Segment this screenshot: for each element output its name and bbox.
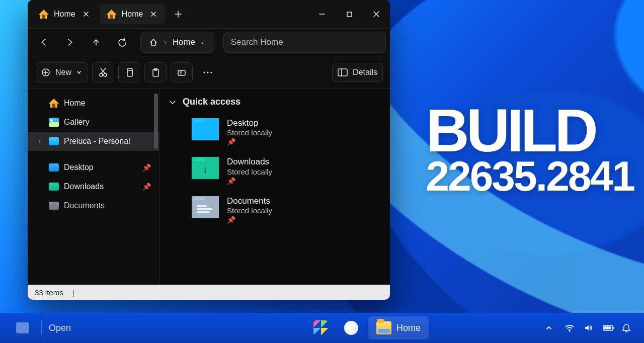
quick-access-meta: Downloads Stored locally 📌 [227, 157, 272, 185]
windows-logo-icon [313, 320, 329, 335]
more-button[interactable] [197, 62, 219, 82]
system-tray [545, 323, 644, 332]
build-overlay: BUILD 22635.2841 [426, 103, 634, 196]
documents-folder-icon [192, 196, 219, 218]
sidebar-item-desktop[interactable]: Desktop 📌 [28, 158, 159, 177]
window-close-button[interactable] [363, 3, 390, 25]
up-button[interactable] [84, 31, 108, 53]
build-overlay-line1: BUILD [426, 103, 634, 157]
document-lines-icon [197, 205, 214, 214]
svg-point-10 [210, 71, 212, 73]
gallery-icon [49, 118, 59, 127]
grey-folder-icon [49, 202, 59, 210]
address-bar[interactable]: › Home › [140, 32, 214, 53]
status-caret: | [72, 288, 74, 297]
quick-access-header[interactable]: Quick access [169, 97, 381, 107]
paste-button[interactable] [144, 62, 167, 82]
taskbar-app-explorer[interactable]: Home [368, 316, 429, 339]
item-name: Downloads [227, 157, 272, 167]
back-button[interactable] [32, 31, 56, 53]
status-item-count: 33 items [35, 288, 63, 297]
copy-button[interactable] [118, 62, 140, 82]
chat-button[interactable] [338, 316, 364, 339]
blue-folder-icon [49, 163, 59, 172]
chevron-right-icon: › [162, 38, 169, 46]
new-button-label: New [55, 68, 71, 77]
action-toolbar: New Details [28, 56, 390, 89]
cut-button[interactable] [92, 62, 114, 82]
new-tab-button[interactable] [168, 5, 188, 24]
sidebar-item-home[interactable]: Home [28, 94, 159, 113]
view-details-button[interactable]: Details [332, 63, 383, 82]
home-icon [49, 99, 59, 108]
desktop-folder-icon [192, 118, 219, 140]
taskbar-app-label: Home [396, 323, 421, 333]
sidebar-item-gallery[interactable]: Gallery [28, 113, 159, 132]
svg-rect-4 [127, 70, 132, 76]
quick-access-meta: Documents Stored locally 📌 [227, 196, 272, 224]
breadcrumb-segment[interactable]: Home [173, 37, 195, 47]
forward-button[interactable] [58, 31, 82, 53]
minimize-button[interactable] [308, 3, 336, 25]
search-input[interactable]: Search Home [223, 32, 386, 53]
chevron-down-icon [76, 70, 82, 75]
battery-icon[interactable] [603, 324, 613, 331]
quick-access-desktop[interactable]: Desktop Stored locally 📌 [169, 114, 381, 153]
start-button[interactable] [308, 316, 334, 339]
chevron-right-icon: › [199, 38, 206, 46]
file-explorer-window: Home Home [28, 0, 390, 300]
tray-overflow-button[interactable] [545, 324, 555, 331]
svg-point-12 [569, 330, 571, 332]
volume-icon[interactable] [584, 324, 594, 332]
chevron-right-icon[interactable]: › [36, 138, 44, 145]
tab-label: Home [122, 10, 143, 19]
notifications-icon[interactable] [622, 323, 632, 332]
new-button[interactable]: New [35, 62, 88, 82]
sidebar-item-label: Preluca - Personal [64, 137, 130, 146]
tab-close-button[interactable] [80, 9, 92, 20]
maximize-button[interactable] [336, 3, 363, 25]
wifi-icon[interactable] [565, 324, 575, 332]
nav-bar: › Home › Search Home [28, 28, 390, 56]
sidebar-item-documents[interactable]: Documents [28, 196, 159, 215]
titlebar: Home Home [28, 0, 390, 28]
window-controls [308, 3, 390, 25]
sidebar-item-onedrive[interactable]: › Preluca - Personal [28, 132, 159, 151]
taskbar-search-text: Open [49, 323, 71, 333]
refresh-button[interactable] [110, 31, 134, 53]
rename-button[interactable] [171, 62, 193, 82]
widgets-button[interactable] [11, 319, 34, 336]
quick-access-downloads[interactable]: ↓ Downloads Stored locally 📌 [169, 153, 381, 192]
home-icon [149, 38, 158, 47]
build-overlay-line2: 22635.2841 [426, 157, 634, 196]
sidebar-scrollbar[interactable] [154, 94, 158, 149]
svg-rect-15 [604, 326, 611, 329]
svg-rect-11 [338, 69, 347, 76]
chat-icon [344, 321, 358, 335]
sidebar: Home Gallery › Preluca - Personal Deskto [28, 89, 159, 285]
sidebar-item-label: Downloads [64, 182, 104, 191]
item-name: Desktop [227, 118, 272, 128]
search-placeholder: Search Home [231, 37, 283, 47]
taskbar-search[interactable]: Open [49, 323, 71, 333]
home-icon [107, 10, 117, 19]
svg-rect-7 [178, 70, 185, 75]
tab-close-button[interactable] [148, 9, 159, 20]
downloads-folder-icon: ↓ [192, 157, 219, 179]
sidebar-item-label: Documents [64, 201, 105, 210]
tab-home-2[interactable]: Home [100, 4, 166, 24]
svg-rect-14 [613, 327, 614, 329]
svg-point-3 [104, 73, 107, 76]
pin-icon: 📌 [227, 177, 272, 185]
tab-home-1[interactable]: Home [32, 4, 98, 24]
pin-icon: 📌 [142, 183, 151, 191]
sidebar-item-label: Home [64, 99, 86, 108]
item-subtitle: Stored locally [227, 128, 272, 137]
sidebar-item-downloads[interactable]: Downloads 📌 [28, 177, 159, 196]
sidebar-item-label: Desktop [64, 163, 94, 172]
section-title: Quick access [183, 97, 240, 107]
svg-point-8 [203, 71, 205, 73]
pin-icon: 📌 [142, 163, 151, 172]
quick-access-documents[interactable]: Documents Stored locally 📌 [169, 192, 381, 231]
sidebar-item-label: Gallery [64, 118, 90, 127]
